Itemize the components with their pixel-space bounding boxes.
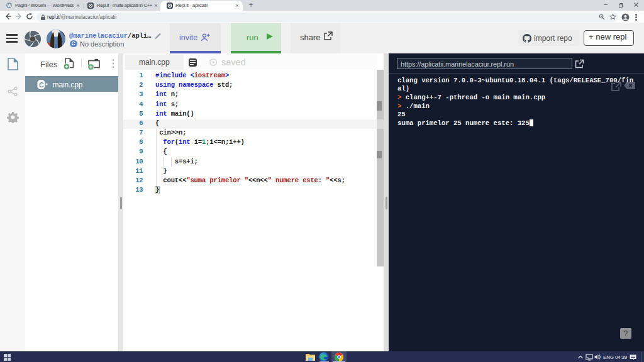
svg-text:C: C (39, 80, 44, 88)
